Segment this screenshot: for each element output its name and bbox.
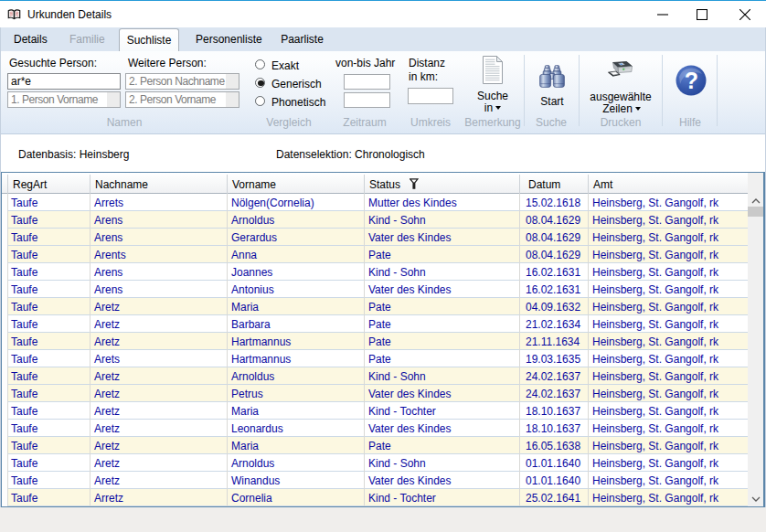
svg-text:?: ? xyxy=(685,68,698,93)
